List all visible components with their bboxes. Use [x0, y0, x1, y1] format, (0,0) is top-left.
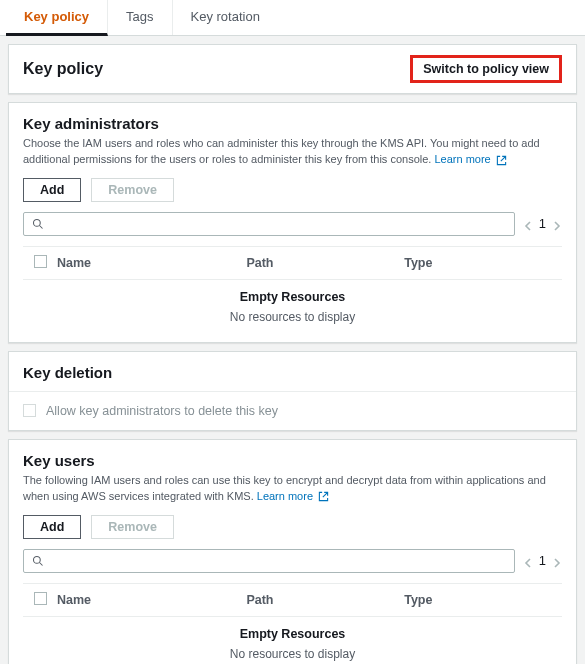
key-policy-header-panel: Key policy Switch to policy view — [8, 44, 577, 94]
key-deletion-title: Key deletion — [23, 364, 562, 381]
empty-state: Empty Resources No resources to display — [23, 617, 562, 664]
pagination: 1 — [523, 216, 562, 231]
column-path: Path — [246, 256, 404, 270]
column-name: Name — [57, 593, 246, 607]
column-type: Type — [404, 593, 562, 607]
chevron-right-icon[interactable] — [552, 219, 562, 229]
add-button[interactable]: Add — [23, 515, 81, 539]
tab-tags[interactable]: Tags — [108, 0, 172, 35]
empty-state: Empty Resources No resources to display — [23, 280, 562, 328]
search-input[interactable] — [44, 217, 506, 231]
allow-delete-label: Allow key administrators to delete this … — [46, 404, 278, 418]
chevron-left-icon[interactable] — [523, 219, 533, 229]
search-icon — [32, 218, 44, 230]
empty-title: Empty Resources — [23, 627, 562, 641]
key-administrators-panel: Key administrators Choose the IAM users … — [8, 102, 577, 343]
empty-subtitle: No resources to display — [23, 647, 562, 661]
column-name: Name — [57, 256, 246, 270]
remove-button: Remove — [91, 178, 174, 202]
tabs-bar: Key policy Tags Key rotation — [0, 0, 585, 36]
search-input-wrapper[interactable] — [23, 549, 515, 573]
svg-point-0 — [34, 219, 41, 226]
svg-line-1 — [40, 225, 43, 228]
chevron-right-icon[interactable] — [552, 556, 562, 566]
remove-button: Remove — [91, 515, 174, 539]
empty-subtitle: No resources to display — [23, 310, 562, 324]
empty-title: Empty Resources — [23, 290, 562, 304]
allow-delete-checkbox[interactable] — [23, 404, 36, 417]
page-number: 1 — [539, 216, 546, 231]
select-all-checkbox[interactable] — [34, 255, 47, 268]
add-button[interactable]: Add — [23, 178, 81, 202]
key-users-title: Key users — [23, 452, 562, 469]
column-type: Type — [404, 256, 562, 270]
search-input[interactable] — [44, 554, 506, 568]
switch-to-policy-view-button[interactable]: Switch to policy view — [410, 55, 562, 83]
key-administrators-desc: Choose the IAM users and roles who can a… — [23, 136, 562, 168]
svg-line-3 — [40, 562, 43, 565]
search-icon — [32, 555, 44, 567]
external-link-icon — [496, 155, 507, 166]
chevron-left-icon[interactable] — [523, 556, 533, 566]
key-users-panel: Key users The following IAM users and ro… — [8, 439, 577, 664]
key-deletion-panel: Key deletion Allow key administrators to… — [8, 351, 577, 431]
learn-more-link[interactable]: Learn more — [434, 153, 490, 165]
key-policy-title: Key policy — [23, 60, 103, 78]
pagination: 1 — [523, 553, 562, 568]
learn-more-link[interactable]: Learn more — [257, 490, 313, 502]
external-link-icon — [318, 491, 329, 502]
key-administrators-title: Key administrators — [23, 115, 562, 132]
svg-point-2 — [34, 556, 41, 563]
select-all-checkbox[interactable] — [34, 592, 47, 605]
search-input-wrapper[interactable] — [23, 212, 515, 236]
page-number: 1 — [539, 553, 546, 568]
tab-key-rotation[interactable]: Key rotation — [173, 0, 278, 35]
table-header: Name Path Type — [23, 246, 562, 280]
tab-key-policy[interactable]: Key policy — [6, 0, 108, 36]
key-users-desc: The following IAM users and roles can us… — [23, 473, 562, 505]
column-path: Path — [246, 593, 404, 607]
table-header: Name Path Type — [23, 583, 562, 617]
